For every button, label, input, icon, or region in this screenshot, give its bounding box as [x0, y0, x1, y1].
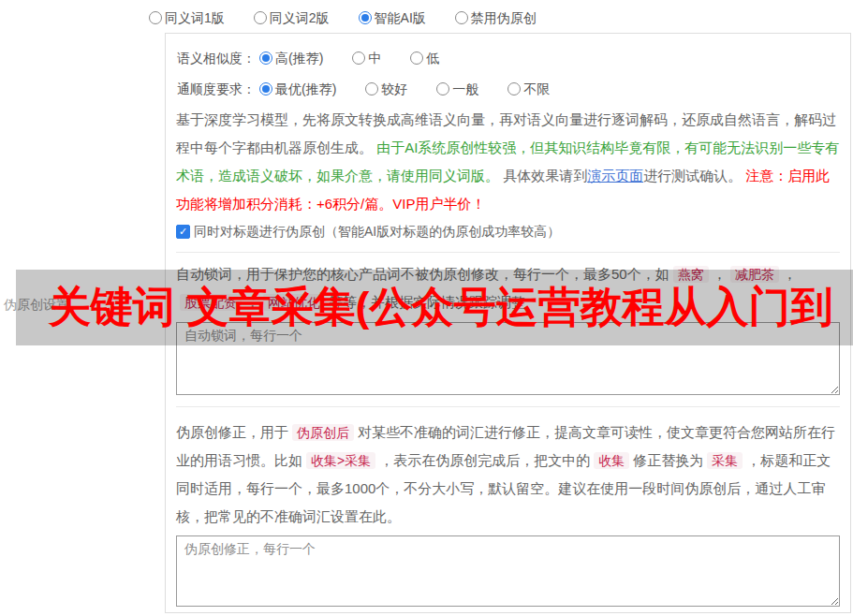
- radio-icon: [436, 82, 449, 95]
- radio-icon: [254, 11, 267, 24]
- radio-icon: [259, 82, 272, 95]
- radio-icon: [410, 51, 423, 65]
- demo-page-link[interactable]: 演示页面: [587, 168, 643, 183]
- radio-label: 中: [368, 48, 381, 68]
- radio-label: 高(推荐): [275, 48, 323, 68]
- text-segment: 伪原创修正，用于: [176, 424, 288, 440]
- radio-label: 一般: [452, 79, 478, 99]
- radio-label: 智能AI版: [375, 7, 426, 28]
- radio-label: 最优(推荐): [275, 79, 336, 99]
- divider: [176, 252, 840, 253]
- radio-label: 不限: [523, 79, 550, 99]
- radio-icon: [365, 82, 378, 95]
- radio-icon: [507, 82, 521, 95]
- radio-icon: [352, 51, 365, 65]
- watermark-text: 关键词 文章采集(公众号运营教程从入门到: [49, 278, 833, 336]
- radio-label: 同义词1版: [165, 7, 225, 28]
- text-segment: 进行测试确认。: [643, 168, 745, 183]
- radio-fluency-unlimited[interactable]: 不限: [507, 79, 550, 99]
- radio-icon: [259, 51, 272, 65]
- radio-similarity-medium[interactable]: 中: [352, 48, 381, 68]
- radio-fluency-best[interactable]: 最优(推荐): [259, 79, 336, 99]
- version-radio-group: 同义词1版 同义词2版 智能AI版 禁用伪原创: [149, 7, 566, 28]
- title-rewrite-label: 同时对标题进行伪原创（智能AI版对标题的伪原创成功率较高）: [194, 222, 560, 241]
- radio-synonym-v1[interactable]: 同义词1版: [149, 7, 225, 28]
- ai-description-paragraph: 基于深度学习模型，先将原文转换成高维语义向量，再对语义向量进行逐词解码，还原成自…: [176, 106, 840, 218]
- divider: [176, 406, 840, 407]
- inline-code: 收集: [594, 452, 629, 469]
- title-rewrite-checkbox[interactable]: [176, 225, 190, 239]
- text-segment: 修正替换为: [633, 452, 703, 468]
- title-rewrite-row[interactable]: 同时对标题进行伪原创（智能AI版对标题的伪原创成功率较高）: [176, 222, 840, 241]
- inline-code: 伪原创后: [292, 424, 354, 441]
- radio-icon: [455, 11, 468, 24]
- fluency-label: 通顺度要求：: [177, 80, 256, 98]
- radio-similarity-high[interactable]: 高(推荐): [259, 48, 323, 68]
- radio-disable-pseudo-original[interactable]: 禁用伪原创: [455, 7, 537, 28]
- radio-label: 禁用伪原创: [471, 7, 537, 28]
- fix-textarea[interactable]: [176, 535, 840, 607]
- inline-code: 收集>采集: [306, 452, 375, 469]
- radio-fluency-better[interactable]: 较好: [365, 79, 407, 99]
- radio-smart-ai[interactable]: 智能AI版: [359, 7, 426, 28]
- fluency-row: 通顺度要求： 最优(推荐) 较好 一般 不限: [177, 79, 840, 99]
- inline-code: 采集: [707, 452, 743, 469]
- radio-label: 较好: [381, 79, 407, 99]
- fix-description-paragraph: 伪原创修正，用于伪原创后对某些不准确的词汇进行修正，提高文章可读性，使文章更符合…: [176, 418, 840, 531]
- radio-icon: [149, 11, 162, 24]
- text-segment: ，表示在伪原创完成后，把文中的: [379, 452, 590, 468]
- radio-label: 低: [426, 48, 439, 68]
- text-segment: 具体效果请到: [503, 168, 587, 183]
- radio-synonym-v2[interactable]: 同义词2版: [254, 7, 330, 28]
- radio-label: 同义词2版: [270, 7, 330, 28]
- semantic-similarity-row: 语义相似度： 高(推荐) 中 低: [177, 48, 840, 68]
- radio-similarity-low[interactable]: 低: [410, 48, 439, 68]
- radio-icon: [359, 11, 372, 24]
- semantic-similarity-label: 语义相似度：: [177, 49, 256, 67]
- radio-fluency-normal[interactable]: 一般: [436, 79, 478, 99]
